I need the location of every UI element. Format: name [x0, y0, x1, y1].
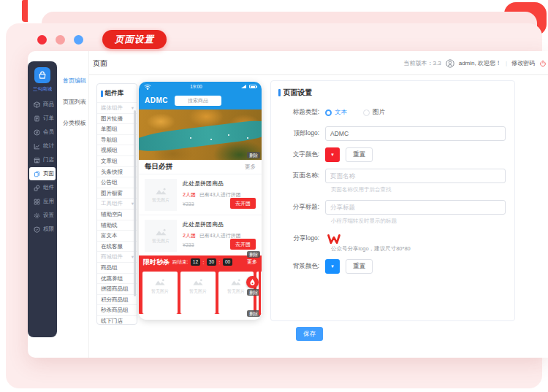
top-logo-input[interactable]: [325, 126, 506, 141]
joined-count-text: 已有43人进行拼团: [199, 233, 241, 238]
component-item-headline[interactable]: 头条快报: [97, 166, 137, 177]
product-info: 此处是拼团商品 2人团 已有43人进行拼团 ¥233 去开团: [183, 179, 256, 210]
user-greeting[interactable]: admin, 欢迎您！: [459, 59, 501, 67]
seckill-products-widget[interactable]: 暂无图片 暂无图片 暂无图片: [139, 269, 262, 314]
share-logo-image[interactable]: [325, 234, 343, 245]
sidebar-item-goods[interactable]: 商品: [29, 98, 56, 111]
floating-flame-icon[interactable]: [246, 276, 259, 288]
daily-groupbuy-more-link[interactable]: 更多: [245, 164, 256, 171]
component-item-divider[interactable]: 辅助线: [97, 220, 137, 231]
page-name-row: 页面名称:: [271, 169, 506, 183]
page-name-input[interactable]: [325, 169, 506, 183]
subnav-item-home-edit[interactable]: 首页编辑: [57, 77, 88, 85]
radio-title-text[interactable]: 文本: [325, 108, 347, 117]
image-placeholder: 暂无图片: [145, 220, 177, 252]
component-item-offline-store[interactable]: 线下门店: [97, 315, 137, 325]
phone-app-header[interactable]: ADMC 搜索商品: [139, 91, 262, 109]
daily-groupbuy-title: 每日必拼: [145, 162, 172, 172]
flame-icon: [249, 279, 256, 286]
radio-title-image[interactable]: 图片: [363, 108, 385, 117]
component-item-groupbuy[interactable]: 拼团商品组: [97, 283, 137, 294]
component-item-goods[interactable]: 商品组: [97, 262, 137, 273]
order-doc-icon: [34, 115, 40, 122]
blue-bar-accent: [278, 89, 281, 96]
component-list-scrollbar[interactable]: [134, 110, 136, 296]
red-dot-icon: [37, 35, 47, 45]
component-item-article[interactable]: 文章组: [97, 155, 137, 166]
phone-scrollbar[interactable]: [259, 263, 261, 315]
phone-search-input[interactable]: 搜索商品: [175, 96, 221, 106]
sidebar-item-label: 页面: [43, 170, 54, 177]
seckill-banner[interactable]: 限时秒杀 距结束: 12 : 30 : 00 更多: [139, 255, 262, 269]
component-item-points[interactable]: 积分商品组: [97, 294, 137, 305]
subnav-item-page-list[interactable]: 页面列表: [57, 98, 88, 106]
sidebar-item-components[interactable]: 组件: [29, 181, 56, 194]
bg-color-row: 背景颜色: ▾ 重置: [271, 259, 506, 274]
groupbuy-product-card[interactable]: 暂无图片 此处是拼团商品 2人团 已有43人进行拼团 ¥233 去开团 删除: [139, 215, 262, 255]
shield-icon: [34, 226, 40, 233]
text-color-reset-button[interactable]: 重置: [346, 147, 373, 162]
field-label: 背景颜色:: [271, 262, 325, 271]
countdown-seconds: 00: [223, 258, 232, 266]
component-item-richtext[interactable]: 富文本: [97, 230, 137, 241]
banner-carousel-widget[interactable]: 删除: [139, 109, 262, 160]
settings-form: 标题类型: 文本 图片 顶部logo:: [271, 105, 514, 274]
bg-color-picker[interactable]: ▾: [325, 259, 340, 274]
apps-grid-icon: [34, 199, 40, 205]
component-item-single-image[interactable]: 单图组: [97, 123, 137, 134]
component-item-video[interactable]: 视频组: [97, 145, 137, 155]
sidebar-item-settings[interactable]: 设置: [29, 209, 56, 222]
start-group-button[interactable]: 去开团: [230, 198, 256, 209]
component-item-seckill[interactable]: 秒杀商品组: [97, 304, 137, 315]
seckill-more-link[interactable]: 更多: [247, 258, 257, 266]
component-item-service[interactable]: 在线客服: [97, 241, 137, 252]
seckill-title: 限时秒杀: [143, 258, 170, 267]
sidebar-item-label: 权限: [43, 226, 54, 233]
page-title: 页面: [93, 58, 107, 69]
component-group-media[interactable]: 媒体组件▾: [97, 102, 137, 113]
wifi-icon: [144, 84, 151, 90]
component-item-nav[interactable]: 导航组: [97, 134, 137, 145]
no-image-label: 暂无图片: [152, 197, 170, 204]
no-image-icon: [230, 278, 242, 286]
product-title: 此处是拼团商品: [183, 220, 256, 228]
sidebar-item-stores[interactable]: 门店: [29, 153, 56, 166]
share-title-input[interactable]: [325, 200, 506, 215]
sidebar-item-apps[interactable]: 应用: [29, 195, 56, 208]
component-item-image-carousel[interactable]: 图片轮播: [97, 113, 137, 124]
settings-title: 页面设置: [283, 88, 313, 98]
sidebar-item-orders[interactable]: 订单: [29, 112, 56, 125]
sidebar-item-pages[interactable]: 页面: [29, 167, 56, 180]
save-button[interactable]: 保存: [296, 327, 323, 341]
start-group-button[interactable]: 去开团: [230, 239, 256, 250]
component-group-tools[interactable]: 工具组件▾: [97, 198, 137, 209]
bg-color-reset-button[interactable]: 重置: [346, 259, 373, 274]
sidebar-item-stats[interactable]: 统计: [29, 139, 56, 153]
daily-groupbuy-header[interactable]: 每日必拼 更多: [139, 160, 262, 174]
settings-header: 页面设置: [271, 81, 514, 105]
sidebar-item-members[interactable]: 会员: [29, 126, 56, 139]
component-item-blank[interactable]: 辅助空白: [97, 209, 137, 220]
group-size-tag: 2人团: [183, 192, 196, 197]
share-logo-row: 分享logo:: [271, 231, 506, 246]
no-image-icon: [154, 278, 166, 286]
groupbuy-product-card[interactable]: 暂无图片 此处是拼团商品 2人团 已有43人进行拼团 ¥233 去开团: [139, 174, 262, 215]
page-name-helper: 页面名称仅用于后台查找: [331, 186, 506, 193]
change-password-link[interactable]: 修改密码: [511, 59, 535, 67]
text-color-picker[interactable]: ▾: [325, 147, 340, 162]
no-image-icon: [155, 187, 167, 196]
sidebar-item-permissions[interactable]: 权限: [29, 223, 56, 236]
subnav-item-category-template[interactable]: 分类模板: [57, 119, 88, 127]
seckill-product-placeholder: 暂无图片: [180, 272, 216, 314]
goods-cube-icon: [34, 101, 40, 108]
component-group-mall[interactable]: 商城组件▾: [97, 251, 137, 262]
component-item-notice[interactable]: 公告组: [97, 177, 137, 188]
group-size-tag: 2人团: [183, 233, 196, 238]
component-item-coupon[interactable]: 优惠券组: [97, 273, 137, 284]
delete-widget-button[interactable]: 删除: [247, 251, 260, 258]
countdown-hours: 12: [191, 258, 199, 266]
app-logo[interactable]: [34, 67, 50, 83]
component-item-image-window[interactable]: 图片橱窗: [97, 188, 137, 199]
share-title-helper: 小程序端转发时显示的标题: [331, 218, 506, 225]
delete-widget-button[interactable]: 删除: [247, 152, 260, 158]
